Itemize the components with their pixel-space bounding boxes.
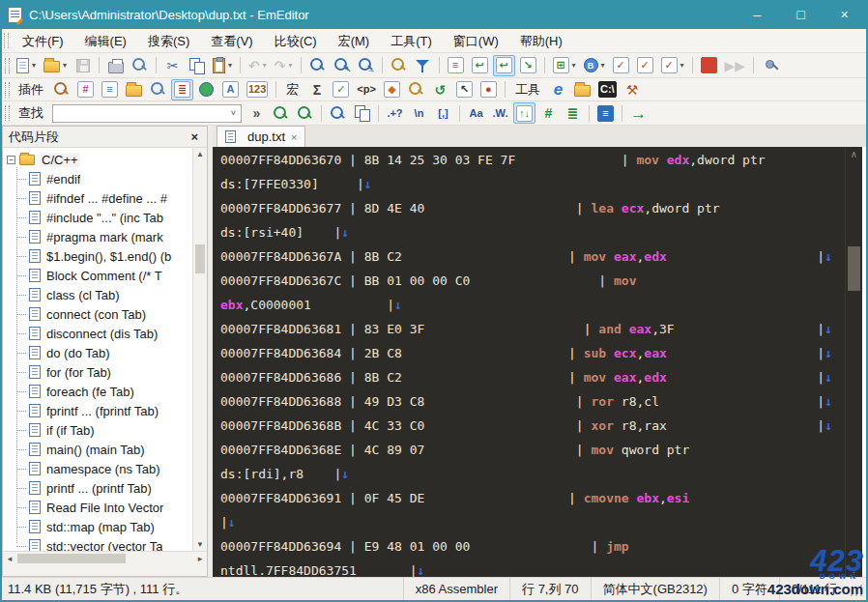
plugin-search-button[interactable] bbox=[50, 79, 72, 100]
snippet-item-5[interactable]: Block Comment (/* T bbox=[3, 266, 192, 285]
menu-item-8[interactable]: 帮助(H) bbox=[509, 29, 573, 53]
plugin-word-complete-button[interactable]: A bbox=[219, 79, 242, 100]
macro-revert-button[interactable]: ↺ bbox=[429, 79, 451, 100]
display-settings-button[interactable]: ≡ bbox=[594, 102, 617, 124]
cut-button[interactable]: ✂ bbox=[161, 55, 184, 76]
snippet-item-6[interactable]: class (cl Tab) bbox=[3, 285, 192, 304]
open-file-button[interactable]: ▾ bbox=[41, 55, 70, 76]
checkbox-options-button[interactable]: ✓▾ bbox=[658, 55, 687, 76]
collapse-icon[interactable]: − bbox=[7, 156, 15, 164]
status-segment-1[interactable]: 行 7,列 70 bbox=[509, 578, 591, 600]
scroll-right-icon[interactable]: ▸ bbox=[193, 552, 207, 565]
find-in-files-button[interactable] bbox=[388, 55, 410, 76]
find-input-field[interactable] bbox=[53, 106, 226, 121]
outline-button[interactable]: ⊞▾ bbox=[550, 55, 579, 76]
number-range-toggle[interactable]: [,] bbox=[432, 102, 454, 124]
snippet-item-9[interactable]: do (do Tab) bbox=[3, 343, 192, 362]
encoding-button-dropdown-icon[interactable]: ▾ bbox=[601, 61, 605, 70]
combo-dropdown-icon[interactable]: ˅ bbox=[226, 108, 241, 118]
snippet-item-19[interactable]: std::vector (vector Ta bbox=[3, 536, 192, 551]
macro-check-button[interactable]: ✓ bbox=[330, 79, 352, 100]
minimize-button[interactable]: – bbox=[736, 0, 779, 29]
snippet-item-17[interactable]: Read File Into Vector bbox=[3, 498, 192, 517]
outline-button-dropdown-icon[interactable]: ▾ bbox=[572, 61, 576, 70]
syntax-check-button[interactable]: ✓ bbox=[610, 55, 632, 76]
snippet-item-12[interactable]: fprintf ... (fprintf Tab) bbox=[3, 401, 192, 420]
editor-vertical-scrollbar[interactable]: ∧ ∨ bbox=[845, 147, 862, 577]
panel-close-icon[interactable]: × bbox=[188, 129, 201, 144]
sidebar-hscrollbar-thumb[interactable] bbox=[17, 554, 126, 563]
findbar-previous-button[interactable] bbox=[270, 102, 292, 124]
snippet-item-14[interactable]: main() (main Tab) bbox=[3, 440, 192, 459]
snippet-item-3[interactable]: #pragma mark (mark bbox=[3, 227, 192, 246]
find-input[interactable]: ˅ bbox=[52, 104, 242, 123]
macro-sum-button[interactable]: Σ bbox=[305, 79, 328, 100]
wrap-by-page-button[interactable]: ↘ bbox=[517, 55, 539, 76]
close-button[interactable]: × bbox=[823, 0, 866, 29]
overflow-chevron[interactable]: » bbox=[246, 102, 268, 124]
new-file-button[interactable]: ▾ bbox=[14, 55, 39, 76]
snippet-item-11[interactable]: foreach (fe Tab) bbox=[3, 382, 192, 401]
tab-dup-txt[interactable]: dup.txt × bbox=[217, 126, 305, 147]
findbar-grip[interactable] bbox=[5, 105, 10, 121]
escape-sequence-toggle[interactable]: \n bbox=[408, 102, 430, 124]
findbar-next-button[interactable] bbox=[294, 102, 316, 124]
toolbar2-grip[interactable] bbox=[5, 82, 10, 98]
tab-close-icon[interactable]: × bbox=[291, 131, 297, 143]
snippet-item-4[interactable]: $1.begin(), $1.end() (b bbox=[3, 246, 192, 266]
find-next-button[interactable]: → bbox=[355, 55, 377, 76]
menu-item-7[interactable]: 窗口(W) bbox=[443, 29, 509, 53]
match-number-toggle[interactable]: # bbox=[537, 102, 560, 124]
toolbar1-grip[interactable] bbox=[5, 58, 10, 73]
snippet-item-0[interactable]: #endif bbox=[3, 169, 192, 188]
filter-button[interactable] bbox=[412, 55, 434, 76]
paste-button[interactable]: ▾ bbox=[210, 55, 235, 76]
command-prompt-button[interactable]: C:\ bbox=[595, 79, 620, 100]
snippet-item-8[interactable]: disconnect (dis Tab) bbox=[3, 324, 192, 343]
text-editor[interactable]: 00007FF84DD63670 | 8B 14 25 30 03 FE 7F … bbox=[213, 147, 845, 577]
menu-item-5[interactable]: 宏(M) bbox=[328, 29, 381, 53]
encoding-button[interactable]: B▾ bbox=[581, 55, 608, 76]
wrap-by-window-button[interactable]: ↩ bbox=[493, 55, 515, 76]
internet-explorer-button[interactable]: e bbox=[547, 79, 569, 100]
menu-item-6[interactable]: 工具(T) bbox=[380, 29, 443, 53]
undo-button[interactable]: ↶▾ bbox=[246, 55, 270, 76]
macro-paragraph-tag-button[interactable]: <p> bbox=[354, 79, 379, 100]
snippet-item-18[interactable]: std::map (map Tab) bbox=[3, 517, 192, 536]
highlight-matches-button[interactable] bbox=[327, 102, 349, 124]
paste-button-dropdown-icon[interactable]: ▾ bbox=[228, 61, 232, 70]
regex-toggle[interactable]: .+? bbox=[384, 102, 406, 124]
search-direction-toggle[interactable]: ↑↓ bbox=[513, 102, 535, 124]
scroll-down-icon[interactable]: ▼ bbox=[193, 540, 207, 549]
print-preview-button[interactable] bbox=[129, 55, 151, 76]
macro-document-button[interactable]: ● bbox=[477, 79, 500, 100]
extract-matches-button[interactable] bbox=[351, 102, 373, 124]
sidebar-vertical-scrollbar[interactable]: ▲ ▼ bbox=[192, 148, 207, 551]
find-button[interactable] bbox=[306, 55, 329, 76]
editor-scroll-down-icon[interactable]: ∨ bbox=[846, 564, 862, 575]
maximize-button[interactable]: □ bbox=[779, 0, 823, 29]
snippet-root-folder[interactable]: − C/C++ bbox=[3, 150, 192, 169]
snippet-item-1[interactable]: #ifndef ... #define ... # bbox=[3, 188, 192, 208]
title-bar[interactable]: C:\Users\Administrator\Desktop\dup.txt -… bbox=[2, 0, 866, 29]
status-segment-3[interactable]: 0 字符 bbox=[719, 578, 779, 600]
hammer-button[interactable]: ⚒ bbox=[622, 79, 644, 100]
editor-scrollbar-thumb[interactable] bbox=[848, 246, 860, 291]
menu-item-0[interactable]: 文件(F) bbox=[12, 29, 74, 53]
plugin-html-bar-button[interactable]: # bbox=[74, 79, 97, 100]
plugin-explorer-button[interactable] bbox=[123, 79, 145, 100]
copy-button[interactable] bbox=[186, 55, 208, 76]
status-segment-4[interactable]: 0/111 行 bbox=[779, 578, 849, 600]
record-macro-button[interactable] bbox=[698, 55, 720, 76]
plugin-open-documents-button[interactable]: ≡ bbox=[99, 79, 121, 100]
whole-word-toggle[interactable]: .W. bbox=[489, 102, 511, 124]
jump-button[interactable]: → bbox=[627, 102, 650, 124]
checkbox-options-button-dropdown-icon[interactable]: ▾ bbox=[680, 61, 684, 70]
open-folder-button[interactable] bbox=[571, 79, 593, 100]
run-macro-button[interactable]: ▶▶ bbox=[722, 55, 749, 76]
match-case-toggle[interactable]: Aa bbox=[465, 102, 487, 124]
resize-grip[interactable] bbox=[851, 583, 864, 596]
plugin-web-preview-button[interactable] bbox=[195, 79, 217, 100]
find-previous-button[interactable]: ↖ bbox=[331, 55, 353, 76]
redo-button-dropdown-icon[interactable]: ▾ bbox=[289, 61, 293, 70]
